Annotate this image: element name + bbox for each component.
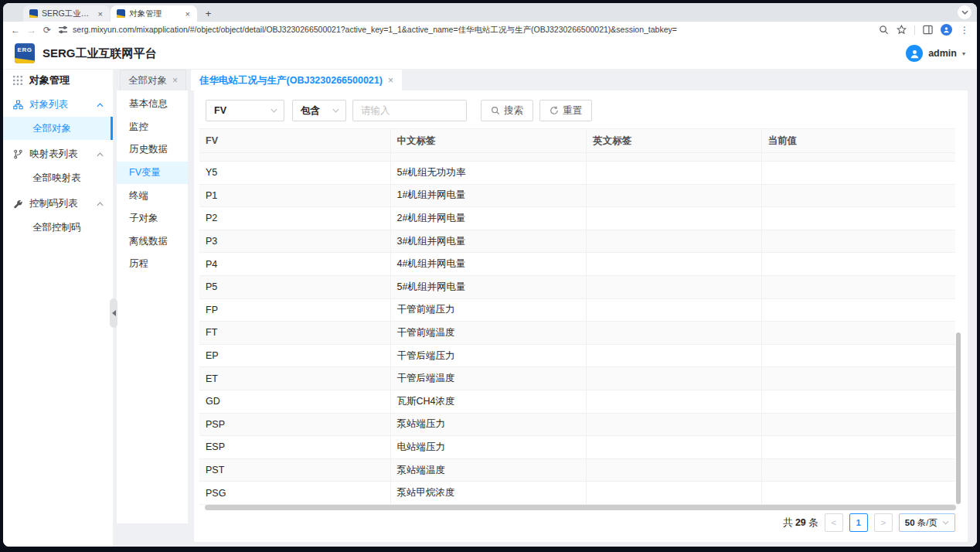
workspace-tab[interactable]: 全部对象× xyxy=(120,70,186,90)
favicon-icon xyxy=(29,9,38,18)
back-button[interactable]: ← xyxy=(11,26,20,35)
sidebar-item-全部映射表[interactable]: 全部映射表 xyxy=(3,166,113,189)
tab-search-button[interactable] xyxy=(958,5,971,19)
workspace-tab[interactable]: 佳华电站工况与生产(OBJ3230266500021)× xyxy=(191,70,402,90)
table-row[interactable]: PST泵站端温度 xyxy=(199,459,955,482)
sidebar-group-映射表列表[interactable]: 映射表列表 xyxy=(3,144,113,165)
table-row[interactable]: PSG泵站甲烷浓度 xyxy=(199,482,955,505)
module-switcher[interactable]: 对象管理 xyxy=(3,70,113,90)
detail-submenu: 基本信息监控历史数据FV变量终端子对象离线数据历程 xyxy=(117,90,188,523)
close-tab-icon[interactable]: × xyxy=(388,75,393,86)
cell-en xyxy=(587,162,761,184)
chevron-up-icon xyxy=(97,202,104,206)
search-button-label: 搜索 xyxy=(504,104,523,118)
table-row[interactable]: FP干管前端压力 xyxy=(199,299,955,322)
reset-button-label: 重置 xyxy=(563,104,582,118)
table-row[interactable]: P11#机组并网电量 xyxy=(199,185,955,208)
table-row[interactable]: P44#机组并网电量 xyxy=(199,253,955,276)
close-tab-icon[interactable]: × xyxy=(172,75,178,86)
close-tab-icon[interactable]: × xyxy=(185,9,191,19)
reload-button[interactable]: ⟳ xyxy=(43,26,51,35)
submenu-item-监控[interactable]: 监控 xyxy=(117,116,188,139)
table-row[interactable]: EP干管后端压力 xyxy=(199,345,955,368)
table-row[interactable]: Y55#机组无功功率 xyxy=(199,162,955,185)
cell-fv: P4 xyxy=(199,253,391,275)
omnibox[interactable]: serg.mixyun.com/mixapplication/#/object/… xyxy=(58,25,872,36)
page-size-select[interactable]: 50 条/页 xyxy=(899,513,955,532)
sidebar-group-label: 控制码列表 xyxy=(29,197,90,210)
cell-fv: ET xyxy=(199,367,391,390)
vertical-scrollbar[interactable] xyxy=(956,332,961,504)
table-row[interactable]: PSP泵站端压力 xyxy=(199,414,955,437)
submenu-item-基本信息[interactable]: 基本信息 xyxy=(117,93,188,116)
submenu-item-历程[interactable]: 历程 xyxy=(117,253,188,276)
submenu-item-子对象[interactable]: 子对象 xyxy=(117,207,188,230)
cell-en xyxy=(587,299,761,322)
table-row[interactable]: GD瓦斯CH4浓度 xyxy=(199,390,955,414)
sidebar-collapse-handle[interactable] xyxy=(110,298,117,328)
browser-tab[interactable]: 对象管理× xyxy=(111,5,197,22)
cell-en xyxy=(587,436,761,458)
table-row[interactable]: FT干管前端温度 xyxy=(199,322,955,345)
cell-fv: FT xyxy=(199,322,391,344)
person-icon xyxy=(910,49,920,59)
zoom-icon[interactable] xyxy=(879,25,889,35)
workspace-tabs: 全部对象×佳华电站工况与生产(OBJ3230266500021)× xyxy=(114,70,977,90)
user-menu[interactable]: admin ▾ xyxy=(906,45,965,62)
table-row[interactable]: P55#机组并网电量 xyxy=(199,276,955,299)
column-header: FV xyxy=(199,129,391,152)
table-row[interactable]: P22#机组并网电量 xyxy=(199,207,955,230)
cell-fv: FP xyxy=(199,299,391,322)
browser-profile-avatar[interactable] xyxy=(941,24,952,36)
browser-menu-button[interactable]: ⋮ xyxy=(960,26,969,35)
table-row[interactable]: ESP电站端压力 xyxy=(199,436,955,459)
submenu-item-离线数据[interactable]: 离线数据 xyxy=(117,230,188,254)
cell-en xyxy=(587,482,761,504)
chevron-down-icon xyxy=(942,520,949,525)
favicon-icon xyxy=(117,9,125,18)
search-button[interactable]: 搜索 xyxy=(481,100,533,121)
next-page-button[interactable]: > xyxy=(874,513,893,532)
sidebar-group-对象列表[interactable]: 对象列表 xyxy=(3,94,113,115)
submenu-item-终端[interactable]: 终端 xyxy=(117,184,188,207)
submenu-item-历史数据[interactable]: 历史数据 xyxy=(117,138,188,162)
reset-button[interactable]: 重置 xyxy=(539,100,592,121)
table-row[interactable]: ET干管后端温度 xyxy=(199,367,955,390)
side-panel-icon[interactable] xyxy=(923,25,933,35)
primary-sidebar: 对象管理 对象列表全部对象映射表列表全部映射表控制码列表全部控制码 xyxy=(3,70,114,547)
sidebar-item-全部对象[interactable]: 全部对象 xyxy=(3,117,113,140)
browser-address-bar: ← → ⟳ serg.mixyun.com/mixapplication/#/o… xyxy=(3,22,977,38)
cell-cn: 2#机组并网电量 xyxy=(391,207,587,230)
sidebar-group-控制码列表[interactable]: 控制码列表 xyxy=(3,193,113,214)
cell-cn: 4#机组并网电量 xyxy=(391,253,587,275)
cell-cn: 干管前端压力 xyxy=(391,299,587,322)
cell-cn: 干管前端温度 xyxy=(391,322,587,344)
table-header-row: FV中文标签英文标签当前值 xyxy=(199,129,955,153)
bookmark-star-icon[interactable] xyxy=(897,25,907,35)
submenu-item-FV变量[interactable]: FV变量 xyxy=(117,162,188,185)
sidebar-item-全部控制码[interactable]: 全部控制码 xyxy=(3,216,113,239)
prev-page-button[interactable]: < xyxy=(825,513,843,532)
field-select[interactable]: FV xyxy=(206,100,284,121)
close-tab-icon[interactable]: × xyxy=(97,9,104,19)
horizontal-scrollbar[interactable] xyxy=(205,505,956,510)
fv-table-card: FV 包含 搜索 重置 xyxy=(194,90,968,542)
chevron-up-icon xyxy=(97,152,104,157)
cell-cn: 泵站端温度 xyxy=(391,459,587,482)
app-header: ERG SERG工业互联网平台 admin ▾ xyxy=(3,38,977,70)
new-tab-button[interactable]: + xyxy=(202,7,215,20)
cell-en xyxy=(587,276,761,298)
cell-en xyxy=(587,207,761,230)
browser-tab[interactable]: SERG工业互联网平台× xyxy=(23,5,110,22)
cell-fv: Y5 xyxy=(199,162,391,184)
page-number-button[interactable]: 1 xyxy=(849,513,868,532)
operator-select[interactable]: 包含 xyxy=(292,100,346,121)
column-header: 当前值 xyxy=(762,129,955,152)
forward-button[interactable]: → xyxy=(27,26,36,35)
sitemap-icon xyxy=(13,100,23,110)
search-input[interactable] xyxy=(352,100,467,121)
column-header: 中文标签 xyxy=(391,129,587,152)
table-row[interactable]: P33#机组并网电量 xyxy=(199,230,955,254)
url-text: serg.mixyun.com/mixapplication/#/object/… xyxy=(73,25,677,36)
cell-en xyxy=(587,253,761,275)
